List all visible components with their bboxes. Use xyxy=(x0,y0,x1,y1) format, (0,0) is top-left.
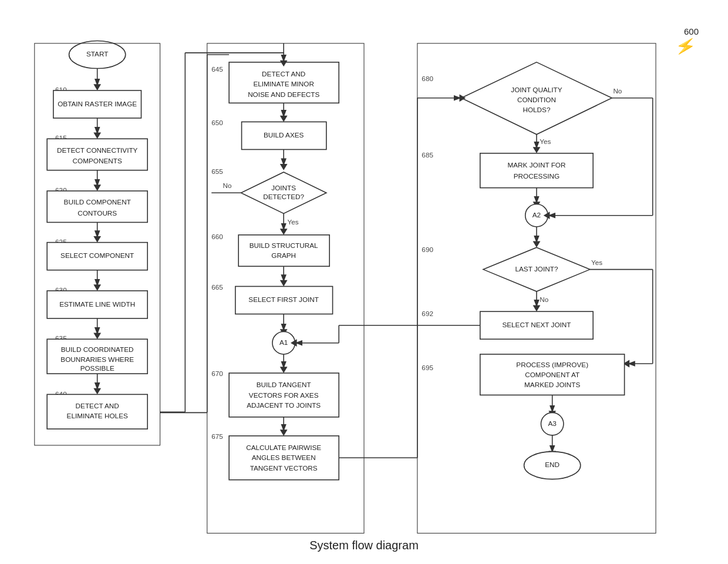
process-improve-text1: PROCESS (IMPROVE) xyxy=(516,361,588,368)
detect-connectivity-text1: DETECT CONNECTIVITY xyxy=(57,146,138,154)
calc-pairwise-text1: CALCULATE PAIRWISE xyxy=(246,444,321,451)
svg-marker-8 xyxy=(280,116,288,122)
build-contours-box xyxy=(47,191,147,222)
select-next-joint-text: SELECT NEXT JOINT xyxy=(502,321,571,328)
detect-noise-text3: NOISE AND DEFECTS xyxy=(248,90,319,98)
svg-marker-15 xyxy=(533,147,541,153)
process-improve-text2: COMPONENT AT xyxy=(525,371,579,378)
svg-marker-10 xyxy=(280,229,288,235)
a3-text: A3 xyxy=(548,419,557,427)
diagram-caption: System flow diagram xyxy=(0,539,728,552)
end-label: END xyxy=(545,461,560,468)
start-label: START xyxy=(86,50,108,58)
label-665: 665 xyxy=(211,283,223,291)
select-component-text: SELECT COMPONENT xyxy=(60,251,134,259)
joint-quality-text2: CONDITION xyxy=(517,96,556,103)
label-yes-quality: Yes xyxy=(540,137,551,145)
label-655: 655 xyxy=(211,167,223,175)
joints-detected-text2: DETECTED? xyxy=(263,193,304,200)
svg-marker-2 xyxy=(93,133,101,139)
label-685: 685 xyxy=(422,151,433,159)
build-tangent-text2: VECTORS FOR AXES xyxy=(249,391,319,399)
label-692: 692 xyxy=(422,310,433,317)
label-670: 670 xyxy=(211,370,223,377)
mark-joint-box xyxy=(480,153,593,188)
build-structural-box xyxy=(238,235,329,266)
a1-text: A1 xyxy=(279,338,288,346)
detect-connectivity-box xyxy=(47,139,147,170)
label-645: 645 xyxy=(211,65,223,73)
label-675: 675 xyxy=(211,432,223,440)
svg-marker-24 xyxy=(459,94,466,102)
svg-marker-19 xyxy=(533,306,541,312)
calc-pairwise-text2: ANGLES BETWEEN xyxy=(252,454,316,461)
mark-joint-text2: PROCESSING xyxy=(514,172,560,180)
label-650: 650 xyxy=(211,119,223,126)
detect-holes-text2: ELIMINATE HOLES xyxy=(67,412,128,419)
svg-marker-5 xyxy=(93,284,101,291)
svg-marker-4 xyxy=(93,236,101,243)
label-no-joints: No xyxy=(223,182,231,189)
build-tangent-text1: BUILD TANGENT xyxy=(257,381,311,388)
joint-quality-text1: JOINT QUALITY xyxy=(511,86,562,93)
flowchart-svg: START 610 OBTAIN RASTER IMAGE 615 DETECT… xyxy=(0,0,728,564)
build-structural-text1: BUILD STRUCTURAL xyxy=(250,241,318,249)
build-tangent-text3: ADJACENT TO JOINTS xyxy=(247,401,321,409)
svg-marker-3 xyxy=(93,184,101,191)
select-first-joint-text: SELECT FIRST JOINT xyxy=(248,296,319,303)
label-no-quality: No xyxy=(613,87,622,95)
a2-text: A2 xyxy=(532,211,541,219)
build-contours-text1: BUILD COMPONENT xyxy=(64,198,131,206)
obtain-raster-text: OBTAIN RASTER IMAGE xyxy=(58,100,137,108)
svg-marker-6 xyxy=(93,333,101,340)
svg-marker-14 xyxy=(280,429,288,436)
svg-marker-18 xyxy=(533,241,541,248)
svg-marker-9 xyxy=(280,164,288,170)
svg-marker-7 xyxy=(93,388,101,395)
svg-marker-1 xyxy=(93,84,101,90)
svg-marker-13 xyxy=(280,367,288,373)
last-joint-text: LAST JOINT? xyxy=(515,265,558,273)
detect-noise-text2: ELIMINATE MINOR xyxy=(253,80,314,88)
detect-holes-text1: DETECT AND xyxy=(76,402,119,409)
label-690: 690 xyxy=(422,246,433,253)
build-boundaries-text3: POSSIBLE xyxy=(80,364,114,372)
detect-noise-text1: DETECT AND xyxy=(262,70,305,78)
svg-marker-11 xyxy=(280,280,288,287)
build-axes-text: BUILD AXES xyxy=(264,131,304,139)
estimate-linewidth-text: ESTIMATE LINE WIDTH xyxy=(59,300,135,308)
calc-pairwise-text3: TANGENT VECTORS xyxy=(250,464,318,472)
build-structural-text2: GRAPH xyxy=(271,251,296,259)
mark-joint-text1: MARK JOINT FOR xyxy=(507,161,565,169)
build-contours-text2: CONTOURS xyxy=(77,209,117,217)
label-680: 680 xyxy=(422,75,433,82)
joints-detected-text1: JOINTS xyxy=(271,184,296,192)
build-boundaries-text1: BUILD COORDINATED xyxy=(61,345,134,353)
process-improve-text3: MARKED JOINTS xyxy=(524,381,580,388)
label-no-lastjoint: No xyxy=(540,296,548,303)
label-yes-joints: Yes xyxy=(288,218,299,226)
label-660: 660 xyxy=(211,233,223,240)
label-yes-lastjoint: Yes xyxy=(591,258,602,266)
label-695: 695 xyxy=(422,364,433,371)
detect-connectivity-text2: COMPONENTS xyxy=(73,157,122,164)
build-boundaries-text2: BOUNRARIES WHERE xyxy=(60,355,134,363)
joint-quality-text3: HOLDS? xyxy=(523,106,550,113)
